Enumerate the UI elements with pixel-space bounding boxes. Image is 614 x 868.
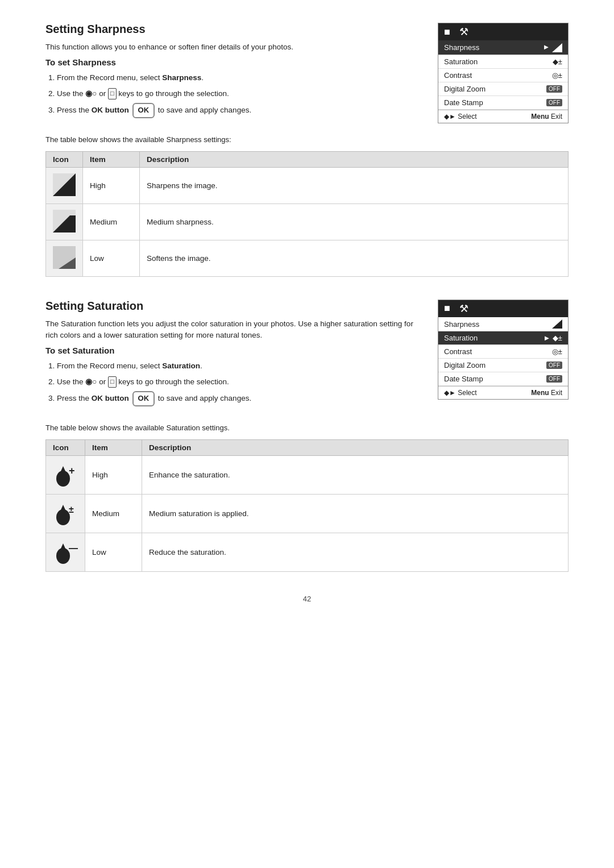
saturation-desc-high: Enhance the saturation.: [142, 455, 569, 494]
menu-row-contrast[interactable]: Contrast ◎±: [438, 69, 568, 82]
footer-exit: Menu Exit: [531, 113, 562, 121]
sat-menu-value-sharpness: [552, 319, 562, 329]
sharpness-item-high: High: [83, 167, 140, 203]
sharpness-icon-high: [46, 167, 83, 203]
saturation-icon-low: —: [46, 533, 85, 571]
sat-menu-label-saturation: Saturation: [444, 334, 478, 342]
sharpness-col-description: Description: [140, 151, 569, 167]
sat-menu-value-saturation: ► ◆±: [543, 334, 562, 342]
menu-row-sharpness[interactable]: Sharpness ►: [438, 40, 568, 55]
menu-label-digital-zoom: Digital Zoom: [444, 85, 486, 93]
table-row: High Sharpens the image.: [46, 167, 569, 203]
svg-text:±: ±: [69, 505, 74, 514]
menu-row-date-stamp[interactable]: Date Stamp OFF: [438, 96, 568, 110]
footer-select: ◆► Select: [444, 113, 477, 121]
wrench-icon: ⚒: [459, 26, 468, 38]
saturation-step-3: Press the OK button OK to save and apply…: [57, 391, 415, 406]
sharpness-description: This function allows you to enhance or s…: [45, 41, 415, 53]
svg-marker-12: [59, 505, 68, 515]
sat-camera-icon: ■: [444, 302, 450, 314]
sat-footer-exit: Menu Exit: [531, 389, 562, 397]
sat-wrench-icon: ⚒: [459, 302, 468, 315]
sharpness-steps: From the Record menu, select Sharpness. …: [45, 72, 415, 118]
sharpness-col-icon: Icon: [46, 151, 83, 167]
sat-menu-label-sharpness: Sharpness: [444, 320, 479, 329]
sat-menu-label-contrast: Contrast: [444, 347, 472, 356]
menu-panel-header: ■ ⚒: [438, 23, 568, 40]
sharpness-desc-medium: Medium sharpness.: [140, 203, 569, 240]
saturation-menu-panel: ■ ⚒ Sharpness Saturation ► ◆± Contrast ◎…: [438, 300, 569, 400]
sat-menu-row-digital-zoom[interactable]: Digital Zoom OFF: [438, 359, 568, 372]
menu-row-digital-zoom[interactable]: Digital Zoom OFF: [438, 82, 568, 96]
sat-menu-label-date-stamp: Date Stamp: [444, 375, 483, 383]
saturation-text: Setting Saturation The Saturation functi…: [45, 300, 415, 412]
table-row: — Low Reduce the saturation.: [46, 533, 569, 571]
sharpness-section: Setting Sharpness This function allows y…: [45, 23, 569, 277]
table-row: Medium Medium sharpness.: [46, 203, 569, 240]
menu-value-sharpness: ►: [543, 43, 562, 52]
sharpness-icon-low: [46, 240, 83, 276]
camera-icon: ■: [444, 26, 450, 38]
sat-menu-row-saturation[interactable]: Saturation ► ◆±: [438, 331, 568, 345]
page-number: 42: [45, 595, 569, 603]
sat-menu-value-contrast: ◎±: [552, 347, 562, 356]
saturation-desc-low: Reduce the saturation.: [142, 533, 569, 571]
saturation-step-2: Use the ◉○ or □ keys to go through the s…: [57, 376, 415, 388]
saturation-icon-medium: ±: [46, 494, 85, 533]
sharpness-layout: Setting Sharpness This function allows y…: [45, 23, 569, 124]
saturation-title: Setting Saturation: [45, 300, 415, 313]
table-row: ± Medium Medium saturation is applied.: [46, 494, 569, 533]
sharpness-desc-low: Softens the image.: [140, 240, 569, 276]
saturation-layout: Setting Saturation The Saturation functi…: [45, 300, 569, 412]
sharpness-step-3: Press the OK button OK to save and apply…: [57, 103, 415, 118]
saturation-subsection-title: To set Saturation: [45, 346, 415, 355]
saturation-section: Setting Saturation The Saturation functi…: [45, 300, 569, 572]
sharpness-menu-panel: ■ ⚒ Sharpness ► Saturation ◆± Contrast ◎…: [438, 23, 569, 123]
menu-row-saturation[interactable]: Saturation ◆±: [438, 55, 568, 69]
saturation-item-low: Low: [85, 533, 142, 571]
menu-label-saturation: Saturation: [444, 57, 478, 66]
sat-menu-panel-header: ■ ⚒: [438, 300, 568, 317]
sharpness-item-low: Low: [83, 240, 140, 276]
saturation-col-description: Description: [142, 439, 569, 455]
svg-text:—: —: [69, 542, 78, 554]
sat-menu-panel-footer: ◆► Select Menu Exit: [438, 386, 568, 399]
menu-value-date-stamp: OFF: [546, 99, 562, 106]
sat-menu-row-contrast[interactable]: Contrast ◎±: [438, 345, 568, 359]
svg-text:+: +: [69, 465, 75, 476]
menu-value-digital-zoom: OFF: [546, 85, 562, 93]
sat-footer-select: ◆► Select: [444, 389, 477, 397]
saturation-col-icon: Icon: [46, 439, 85, 455]
svg-marker-9: [59, 466, 68, 476]
sharpness-icon-medium: [46, 203, 83, 240]
svg-marker-7: [552, 319, 562, 329]
sharpness-desc-high: Sharpens the image.: [140, 167, 569, 203]
saturation-steps: From the Record menu, select Saturation.…: [45, 360, 415, 406]
menu-label-sharpness: Sharpness: [444, 43, 479, 52]
table-row: + High Enhance the saturation.: [46, 455, 569, 494]
saturation-icon-high: +: [46, 455, 85, 494]
sat-menu-value-date-stamp: OFF: [546, 375, 562, 383]
saturation-table: Icon Item Description + High Enhance the…: [45, 439, 569, 572]
sat-menu-value-digital-zoom: OFF: [546, 362, 562, 369]
saturation-item-high: High: [85, 455, 142, 494]
sharpness-table: Icon Item Description High Sharpens the …: [45, 151, 569, 277]
sat-menu-row-date-stamp[interactable]: Date Stamp OFF: [438, 372, 568, 386]
svg-marker-15: [59, 543, 68, 554]
menu-panel-footer: ◆► Select Menu Exit: [438, 110, 568, 123]
menu-label-contrast: Contrast: [444, 71, 472, 80]
sat-menu-row-sharpness[interactable]: Sharpness: [438, 317, 568, 332]
sharpness-subsection-title: To set Sharpness: [45, 57, 415, 67]
saturation-note: The table below shows the available Satu…: [45, 422, 569, 434]
saturation-step-1: From the Record menu, select Saturation.: [57, 360, 415, 372]
table-row: Low Softens the image.: [46, 240, 569, 276]
sharpness-step-1: From the Record menu, select Sharpness.: [57, 72, 415, 84]
menu-value-saturation: ◆±: [553, 57, 562, 66]
menu-label-date-stamp: Date Stamp: [444, 98, 483, 107]
saturation-item-medium: Medium: [85, 494, 142, 533]
saturation-desc-medium: Medium saturation is applied.: [142, 494, 569, 533]
sharpness-col-item: Item: [83, 151, 140, 167]
sharpness-note: The table below shows the available Shar…: [45, 134, 569, 146]
svg-marker-0: [552, 43, 562, 52]
sharpness-item-medium: Medium: [83, 203, 140, 240]
